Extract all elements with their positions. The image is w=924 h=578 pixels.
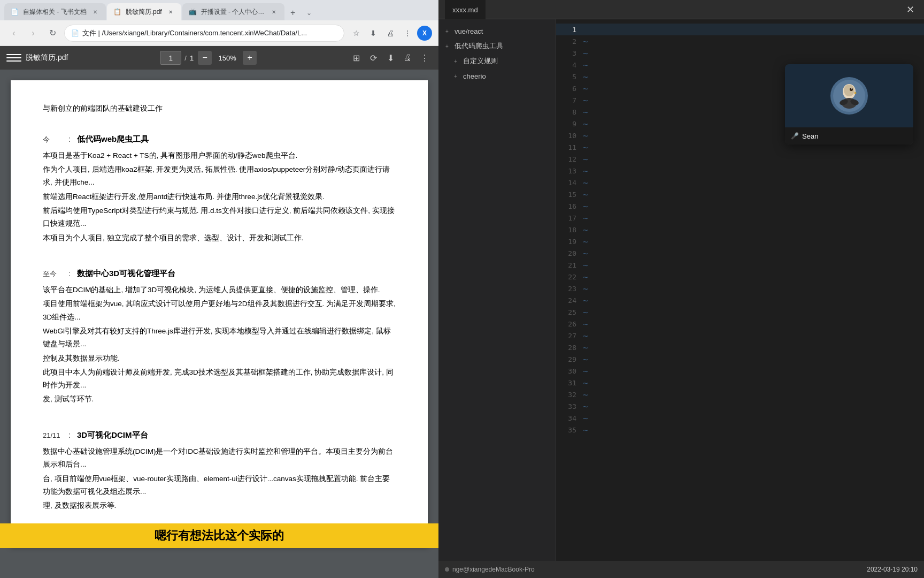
pdf-download-button[interactable]: ⬇ bbox=[383, 50, 398, 65]
pdf-menu-button[interactable] bbox=[6, 50, 21, 65]
more-menu-button[interactable]: ⋮ bbox=[400, 26, 415, 41]
tab-3-close[interactable]: ✕ bbox=[270, 7, 278, 16]
svg-point-3 bbox=[850, 88, 853, 91]
mac-status-dot bbox=[445, 567, 449, 572]
address-bar: ‹ › ↻ 📄 文件 | /Users/xiange/Library/Conta… bbox=[0, 20, 438, 46]
tab-1-title: 自媒体相关 - 飞书文档 bbox=[23, 7, 87, 17]
zoom-control: − 150% + bbox=[198, 51, 257, 65]
project2-line-6: 发, 测试等环节. bbox=[43, 393, 396, 406]
tree-label-2: 低代码爬虫工具 bbox=[455, 41, 503, 51]
tab-3[interactable]: 📺 开播设置 - 个人中心 - bilibili lin... ✕ bbox=[182, 3, 284, 20]
tab-2[interactable]: 📋 脱敏简历.pdf ✕ bbox=[107, 3, 181, 20]
page-total: 1 bbox=[190, 54, 194, 62]
project2-line-1: 该平台在DCIM的基础上, 增加了3D可视化模块, 为运维人员提供更直接、便捷的… bbox=[43, 284, 396, 296]
project1-title: 低代码web爬虫工具 bbox=[77, 132, 149, 146]
code-line-1: 1 bbox=[556, 24, 924, 35]
url-text: 文件 | /Users/xiange/Library/Containers/co… bbox=[82, 28, 337, 38]
toolbar-right: ☆ ⬇ 🖨 ⋮ X bbox=[349, 26, 432, 41]
tree-expand-1: + bbox=[443, 27, 451, 35]
project2-line-2: 项目使用前端框架为vue, 其响应式设计可以使用户更好地与2D组件及其数据进行交… bbox=[43, 298, 396, 324]
download-icon[interactable]: ⬇ bbox=[366, 26, 381, 41]
profile-icon[interactable]: X bbox=[417, 26, 432, 41]
pdf-content[interactable]: 与新创立的前端团队的基础建设工作 今 : 低代码web爬虫工具 本项目是基于Ko… bbox=[0, 70, 438, 578]
project2-line-4: 控制及其数据显示功能. bbox=[43, 352, 396, 365]
tree-item-1[interactable]: + vue/react bbox=[438, 24, 556, 39]
project1-line-2: 作为个人项目, 后端选用koa2框架, 开发更为灵活, 拓展性强. 使用axio… bbox=[43, 163, 396, 189]
code-line-2: 2 ~ bbox=[556, 35, 924, 47]
pdf-fit-button[interactable]: ⊞ bbox=[349, 50, 364, 65]
pdf-page: 与新创立的前端团队的基础建设工作 今 : 低代码web爬虫工具 本项目是基于Ko… bbox=[11, 80, 428, 546]
url-security-icon: 📄 bbox=[71, 29, 79, 37]
editor-tab[interactable]: xxxx.md bbox=[445, 0, 486, 19]
back-button[interactable]: ‹ bbox=[6, 26, 21, 41]
pdf-intro-line: 与新创立的前端团队的基础建设工作 bbox=[43, 102, 396, 116]
video-user-name: Sean bbox=[802, 132, 818, 140]
tab-2-close[interactable]: ✕ bbox=[166, 7, 175, 16]
mac-user-label: nge@xiangedeMacBook-Pro bbox=[452, 566, 535, 573]
pdf-toolbar: 脱敏简历.pdf / 1 − 150% + ⊞ ⟳ ⬇ 🖨 ⋮ bbox=[0, 46, 438, 70]
mic-icon: 🎤 bbox=[790, 132, 799, 140]
print-icon[interactable]: 🖨 bbox=[383, 26, 398, 41]
avatar-image bbox=[833, 80, 865, 112]
pdf-toolbar-icons: ⊞ ⟳ ⬇ 🖨 ⋮ bbox=[349, 50, 432, 65]
project3-line-3: 理, 及数据报表展示等. bbox=[43, 499, 396, 512]
forward-button[interactable]: › bbox=[26, 26, 41, 41]
line-content-2: ~ bbox=[583, 36, 924, 47]
refresh-button[interactable]: ↻ bbox=[45, 26, 60, 41]
tree-item-2[interactable]: + 低代码爬虫工具 bbox=[438, 39, 556, 54]
project2-date: 至今 bbox=[43, 268, 64, 280]
tab-1-close[interactable]: ✕ bbox=[91, 7, 99, 16]
pdf-project3: 21/11 : 3D可视化DCIM平台 数据中心基础设施管理系统(DCIM)是一… bbox=[43, 428, 396, 513]
project3-date: 21/11 bbox=[43, 429, 64, 442]
video-footer: 🎤 Sean bbox=[785, 127, 913, 144]
mac-bar-right: 2022-03-19 20:10 bbox=[867, 566, 918, 573]
mac-bar-left: nge@xiangedeMacBook-Pro bbox=[445, 566, 535, 573]
pdf-toolbar-left: 脱敏简历.pdf bbox=[6, 50, 68, 65]
project2-colon: : bbox=[68, 267, 73, 280]
pdf-title: 脱敏简历.pdf bbox=[26, 53, 68, 63]
zoom-value: 150% bbox=[214, 54, 241, 62]
tab-expand[interactable]: ⌄ bbox=[302, 5, 317, 20]
page-number-input[interactable] bbox=[160, 51, 181, 65]
tree-item-3[interactable]: + 自定义规则 bbox=[438, 54, 556, 69]
video-call-overlay: 🎤 Sean bbox=[785, 64, 913, 144]
tab-2-title: 脱敏简历.pdf bbox=[126, 7, 162, 17]
page-separator: / bbox=[184, 54, 187, 62]
pdf-more-button[interactable]: ⋮ bbox=[417, 50, 432, 65]
tree-label-3: 自定义规则 bbox=[463, 56, 498, 66]
tab-3-title: 开播设置 - 个人中心 - bilibili lin... bbox=[201, 7, 265, 17]
code-editor: xxxx.md ✕ + vue/react + 低代码爬虫工具 + 自定义规则 … bbox=[438, 0, 924, 578]
hamburger-line-1 bbox=[6, 54, 21, 55]
editor-tab-title: xxxx.md bbox=[452, 6, 478, 14]
url-bar[interactable]: 📄 文件 | /Users/xiange/Library/Containers/… bbox=[64, 25, 344, 42]
tree-label-4: cheerio bbox=[463, 72, 486, 80]
tab-1[interactable]: 📄 自媒体相关 - 飞书文档 ✕ bbox=[4, 3, 106, 20]
bookmark-button[interactable]: ☆ bbox=[349, 26, 364, 41]
zoom-in-button[interactable]: + bbox=[243, 51, 257, 65]
avatar-circle bbox=[830, 77, 868, 115]
svg-point-2 bbox=[844, 85, 854, 96]
tree-item-4[interactable]: + cheerio bbox=[438, 69, 556, 83]
tab-bar: 📄 自媒体相关 - 飞书文档 ✕ 📋 脱敏简历.pdf ✕ 📺 开播设置 - 个… bbox=[0, 0, 438, 20]
pdf-print-button[interactable]: 🖨 bbox=[400, 50, 415, 65]
browser-chrome: 📄 自媒体相关 - 飞书文档 ✕ 📋 脱敏简历.pdf ✕ 📺 开播设置 - 个… bbox=[0, 0, 438, 578]
zoom-out-button[interactable]: − bbox=[198, 51, 212, 65]
tree-label-1: vue/react bbox=[455, 27, 483, 35]
editor-close-button[interactable]: ✕ bbox=[903, 2, 918, 17]
line-num-1: 1 bbox=[561, 26, 583, 34]
page-control: / 1 bbox=[160, 51, 194, 65]
pdf-history-button[interactable]: ⟳ bbox=[366, 50, 381, 65]
pdf-project1: 今 : 低代码web爬虫工具 本项目是基于Koa2 + React + TS的,… bbox=[43, 132, 396, 245]
video-avatar bbox=[785, 64, 913, 127]
svg-point-4 bbox=[851, 88, 852, 89]
code-line-3: 3 ~ bbox=[556, 47, 924, 59]
tab-1-favicon: 📄 bbox=[11, 8, 19, 16]
project1-colon: : bbox=[68, 133, 73, 146]
project2-line-3: WebGl引擎及对其有较好支持的Three.js库进行开发, 实现本地模型导入并… bbox=[43, 325, 396, 351]
project1-line-5: 本项目为个人项目, 独立完成了整个项目的需求、选型、设计、开发和测试工作. bbox=[43, 232, 396, 245]
project1-line-3: 前端选用React框架进行开发,使用antd进行快速布局. 并使用three.j… bbox=[43, 191, 396, 203]
project3-colon: : bbox=[68, 429, 73, 442]
project1-line-4: 前后端均使用TypeScript对类型进行约束与规范. 用.d.ts文件对接口进… bbox=[43, 204, 396, 231]
new-tab-button[interactable]: + bbox=[286, 5, 301, 20]
project2-title: 数据中心3D可视化管理平台 bbox=[77, 266, 175, 280]
